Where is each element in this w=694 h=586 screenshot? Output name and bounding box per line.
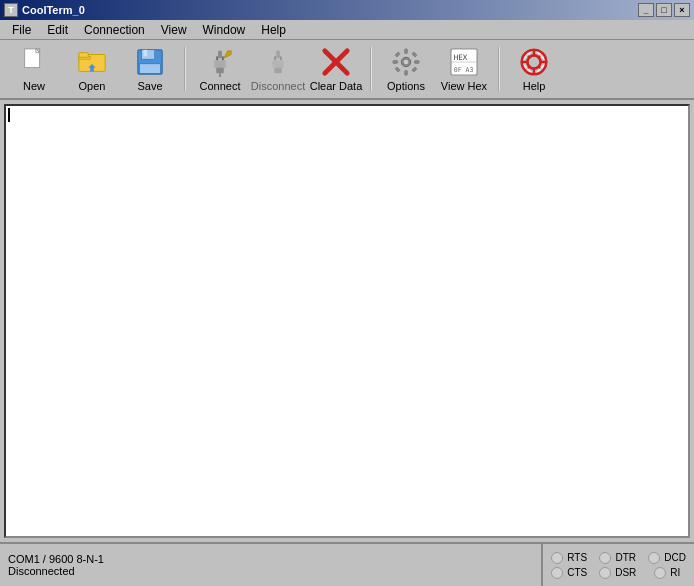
help-label: Help [523, 80, 546, 92]
cts-indicator: CTS [551, 567, 587, 579]
cts-label: CTS [567, 567, 587, 578]
open-label: Open [79, 80, 106, 92]
dsr-indicator: DSR [599, 567, 636, 579]
cleardata-icon [320, 46, 352, 78]
dsr-label: DSR [615, 567, 636, 578]
menu-view[interactable]: View [153, 21, 195, 39]
cleardata-label: Clear Data [310, 80, 363, 92]
new-button[interactable]: New [6, 43, 62, 95]
svg-rect-35 [412, 67, 417, 72]
minimize-button[interactable]: _ [638, 3, 654, 17]
separator-1 [184, 47, 186, 91]
indicators-row3: DCD RI [648, 552, 686, 579]
ri-label: RI [670, 567, 680, 578]
svg-rect-32 [395, 52, 400, 57]
help-button[interactable]: Help [506, 43, 562, 95]
svg-rect-29 [405, 70, 408, 75]
menu-file[interactable]: File [4, 21, 39, 39]
svg-rect-33 [412, 52, 417, 57]
connect-button[interactable]: Connect [192, 43, 248, 95]
cursor [8, 108, 10, 122]
menu-help[interactable]: Help [253, 21, 294, 39]
svg-point-47 [527, 55, 540, 68]
svg-rect-28 [405, 49, 408, 54]
rts-label: RTS [567, 552, 587, 563]
svg-rect-23 [276, 51, 280, 59]
options-icon [390, 46, 422, 78]
main-content: COM1 / 9600 8-N-1 Disconnected RTS CTS D… [0, 100, 694, 586]
disconnect-button[interactable]: Disconnect [250, 43, 306, 95]
options-label: Options [387, 80, 425, 92]
svg-marker-18 [224, 51, 232, 59]
window-controls: _ □ × [638, 3, 690, 17]
viewhex-icon: HEX 0F A3 [448, 46, 480, 78]
svg-text:0F A3: 0F A3 [454, 66, 474, 74]
indicators-row1: RTS CTS [551, 552, 587, 579]
indicators-row2: DTR DSR [599, 552, 636, 579]
save-icon [134, 46, 166, 78]
dcd-indicator: DCD [648, 552, 686, 564]
maximize-button[interactable]: □ [656, 3, 672, 17]
svg-rect-6 [79, 53, 88, 58]
svg-rect-20 [272, 60, 283, 68]
save-label: Save [137, 80, 162, 92]
separator-3 [498, 47, 500, 91]
separator-2 [370, 47, 372, 91]
options-button[interactable]: Options [378, 43, 434, 95]
open-button[interactable]: Open [64, 43, 120, 95]
dcd-label: DCD [664, 552, 686, 563]
svg-rect-31 [414, 61, 419, 64]
ri-led [654, 567, 666, 579]
dsr-led [599, 567, 611, 579]
status-bar: COM1 / 9600 8-N-1 Disconnected RTS CTS D… [0, 542, 694, 586]
svg-rect-11 [140, 64, 161, 73]
svg-point-27 [404, 60, 409, 65]
connection-status: COM1 / 9600 8-N-1 Disconnected [0, 544, 543, 586]
dcd-led [648, 552, 660, 564]
svg-text:HEX: HEX [454, 53, 468, 62]
cts-led [551, 567, 563, 579]
dtr-led [599, 552, 611, 564]
menu-window[interactable]: Window [195, 21, 254, 39]
disconnect-label: Disconnect [251, 80, 305, 92]
dtr-indicator: DTR [599, 552, 636, 564]
app-icon: T [4, 3, 18, 17]
disconnect-icon [262, 46, 294, 78]
port-info: COM1 / 9600 8-N-1 [8, 553, 533, 565]
help-icon [518, 46, 550, 78]
terminal-area[interactable] [4, 104, 690, 538]
new-label: New [23, 80, 45, 92]
ri-indicator: RI [654, 567, 680, 579]
open-icon [76, 46, 108, 78]
svg-rect-0 [25, 49, 40, 68]
connect-label: Connect [200, 80, 241, 92]
title-bar: T CoolTerm_0 _ □ × [0, 0, 694, 20]
connect-icon [204, 46, 236, 78]
dtr-label: DTR [615, 552, 636, 563]
rts-indicator: RTS [551, 552, 587, 564]
svg-rect-34 [395, 67, 400, 72]
toolbar: New Open Save [0, 40, 694, 100]
cleardata-button[interactable]: Clear Data [308, 43, 364, 95]
close-button[interactable]: × [674, 3, 690, 17]
save-button[interactable]: Save [122, 43, 178, 95]
svg-rect-10 [143, 50, 147, 57]
svg-rect-17 [218, 51, 222, 59]
rts-led [551, 552, 563, 564]
menu-edit[interactable]: Edit [39, 21, 76, 39]
viewhex-button[interactable]: HEX 0F A3 View Hex [436, 43, 492, 95]
svg-rect-30 [393, 61, 398, 64]
indicators-panel: RTS CTS DTR DSR [543, 544, 694, 586]
svg-rect-14 [214, 60, 225, 68]
connection-state: Disconnected [8, 565, 533, 577]
window-title: CoolTerm_0 [22, 4, 85, 16]
new-icon [18, 46, 50, 78]
menu-bar: File Edit Connection View Window Help [0, 20, 694, 40]
menu-connection[interactable]: Connection [76, 21, 153, 39]
viewhex-label: View Hex [441, 80, 487, 92]
